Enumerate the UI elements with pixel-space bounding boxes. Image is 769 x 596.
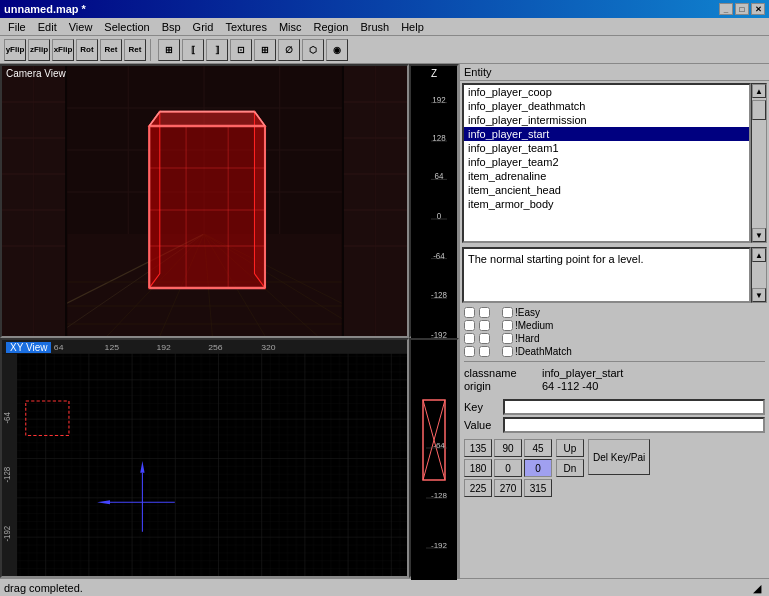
svg-text:256: 256: [208, 343, 223, 352]
checkbox-input-5[interactable]: [479, 307, 490, 318]
scrollbar-thumb[interactable]: [752, 100, 766, 120]
value-input[interactable]: [503, 417, 765, 433]
menu-selection[interactable]: Selection: [98, 18, 155, 35]
maximize-button[interactable]: □: [735, 3, 749, 15]
checkboxes-area: !Easy !Medium !Hard !DeathMatch: [460, 305, 769, 359]
checkbox-dm[interactable]: [502, 346, 513, 357]
checkbox-col1: [464, 307, 475, 357]
menu-view[interactable]: View: [63, 18, 99, 35]
angle-45[interactable]: 45: [524, 439, 552, 457]
dm-label: !DeathMatch: [515, 346, 572, 357]
desc-scrollbar[interactable]: ▲ ▼: [751, 247, 767, 303]
svg-text:-128: -128: [431, 290, 447, 301]
menu-help[interactable]: Help: [395, 18, 430, 35]
tool-align2[interactable]: ⟧: [206, 39, 228, 61]
svg-marker-38: [149, 112, 160, 288]
entity-item-team1[interactable]: info_player_team1: [464, 141, 749, 155]
svg-text:192: 192: [156, 343, 171, 352]
tool-align1[interactable]: ⟦: [182, 39, 204, 61]
entity-list[interactable]: info_player_coop info_player_deathmatch …: [462, 83, 751, 243]
tool-circle[interactable]: ∅: [278, 39, 300, 61]
entity-item-team2[interactable]: info_player_team2: [464, 155, 749, 169]
rot-button[interactable]: Rot: [76, 39, 98, 61]
tool-expand[interactable]: ⊞: [254, 39, 276, 61]
entity-item-intermission[interactable]: info_player_intermission: [464, 113, 749, 127]
svg-marker-39: [254, 112, 265, 288]
checkbox-input-6[interactable]: [479, 320, 490, 331]
checkbox-medium[interactable]: [502, 320, 513, 331]
entity-item-adrenaline[interactable]: item_adrenaline: [464, 169, 749, 183]
scroll-down-arrow[interactable]: ▼: [752, 228, 766, 242]
checkbox-4: [464, 346, 475, 357]
xy-view[interactable]: XY View: [0, 338, 409, 578]
angle-grid: 135 90 45 180 0 0 225 270 315: [464, 439, 552, 497]
del-key-button[interactable]: Del Key/Pai: [588, 439, 650, 475]
desc-scroll-down[interactable]: ▼: [752, 288, 766, 302]
menu-edit[interactable]: Edit: [32, 18, 63, 35]
menu-brush[interactable]: Brush: [354, 18, 395, 35]
checkbox-input-2[interactable]: [464, 320, 475, 331]
menu-misc[interactable]: Misc: [273, 18, 308, 35]
angle-270[interactable]: 270: [494, 479, 522, 497]
angle-225[interactable]: 225: [464, 479, 492, 497]
xy-scene: 0 64 125 192 256 320 -64 -128 -192: [2, 340, 407, 576]
menu-file[interactable]: File: [2, 18, 32, 35]
checkbox-easy[interactable]: [502, 307, 513, 318]
up-button[interactable]: Up: [556, 439, 584, 457]
ret1-button[interactable]: Ret: [100, 39, 122, 61]
angle-315[interactable]: 315: [524, 479, 552, 497]
entity-item-dm[interactable]: info_player_deathmatch: [464, 99, 749, 113]
tool-hex[interactable]: ⬡: [302, 39, 324, 61]
entity-item-armor[interactable]: item_armor_body: [464, 197, 749, 211]
menu-region[interactable]: Region: [308, 18, 355, 35]
entity-list-scrollbar[interactable]: ▲ ▼: [751, 83, 767, 243]
z-mini-panel: -64 -128 -192: [409, 338, 459, 578]
classname-row: classname info_player_start: [464, 367, 765, 379]
checkbox-input-8[interactable]: [479, 346, 490, 357]
close-button[interactable]: ✕: [751, 3, 765, 15]
checkbox-input-7[interactable]: [479, 333, 490, 344]
checkbox-hard[interactable]: [502, 333, 513, 344]
checkbox-1: [464, 307, 475, 318]
camera-view[interactable]: Camera View: [0, 64, 409, 338]
status-text: drag completed.: [4, 582, 753, 594]
menu-textures[interactable]: Textures: [219, 18, 273, 35]
tool-grid[interactable]: ⊞: [158, 39, 180, 61]
tool-snap[interactable]: ⊡: [230, 39, 252, 61]
resize-grip[interactable]: ◢: [753, 582, 765, 594]
scroll-up-arrow[interactable]: ▲: [752, 84, 766, 98]
desc-scroll-up[interactable]: ▲: [752, 248, 766, 262]
svg-text:-192: -192: [431, 541, 448, 550]
menu-grid[interactable]: Grid: [187, 18, 220, 35]
entity-item-ancient[interactable]: item_ancient_head: [464, 183, 749, 197]
dn-button[interactable]: Dn: [556, 459, 584, 477]
easy-label-row: !Easy: [502, 307, 572, 318]
key-input[interactable]: [503, 399, 765, 415]
checkbox-input-4[interactable]: [464, 346, 475, 357]
minimize-button[interactable]: _: [719, 3, 733, 15]
menu-bsp[interactable]: Bsp: [156, 18, 187, 35]
svg-rect-62: [2, 354, 17, 576]
checkbox-2: [464, 320, 475, 331]
key-row: Key: [464, 399, 765, 415]
z-flip-button[interactable]: zFlip: [28, 39, 50, 61]
camera-scene: [2, 66, 407, 336]
entity-item-start[interactable]: info_player_start: [464, 127, 749, 141]
checkbox-6: [479, 320, 490, 331]
entity-item-coop[interactable]: info_player_coop: [464, 85, 749, 99]
left-panels: Camera View: [0, 64, 409, 578]
checkbox-input-3[interactable]: [464, 333, 475, 344]
tool-dot[interactable]: ◉: [326, 39, 348, 61]
angle-0[interactable]: 0: [494, 459, 522, 477]
checkbox-input-1[interactable]: [464, 307, 475, 318]
ret2-button[interactable]: Ret: [124, 39, 146, 61]
angle-90[interactable]: 90: [494, 439, 522, 457]
angle-0-right[interactable]: 0: [524, 459, 552, 477]
title-controls[interactable]: _ □ ✕: [719, 3, 765, 15]
angle-135[interactable]: 135: [464, 439, 492, 457]
origin-label: origin: [464, 380, 534, 392]
checkbox-7: [479, 333, 490, 344]
y-flip-button[interactable]: yFlip: [4, 39, 26, 61]
angle-180[interactable]: 180: [464, 459, 492, 477]
x-flip-button[interactable]: xFlip: [52, 39, 74, 61]
